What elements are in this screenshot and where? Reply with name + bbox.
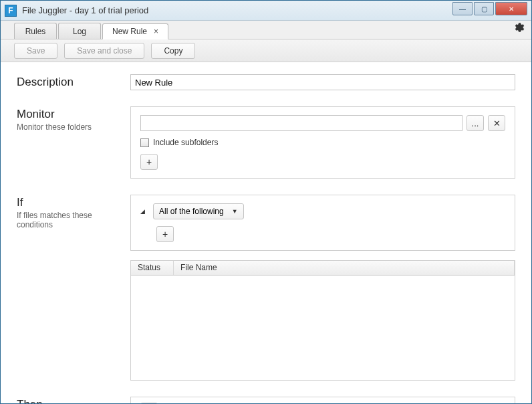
- tab-label: New Rule: [112, 27, 147, 36]
- checkbox-label: Include subfolders: [153, 138, 218, 147]
- window-title: File Juggler - day 1 of trial period: [22, 5, 452, 15]
- monitor-path-input[interactable]: [140, 115, 462, 131]
- tab-close-icon[interactable]: ×: [154, 27, 158, 36]
- if-heading: If: [17, 196, 130, 209]
- add-condition-button[interactable]: +: [156, 226, 174, 242]
- minimize-button[interactable]: —: [452, 2, 473, 15]
- browse-button[interactable]: ...: [467, 115, 484, 131]
- section-monitor: Monitor Monitor these folders ... ✕ Incl…: [17, 106, 515, 179]
- save-and-close-button[interactable]: Save and close: [64, 43, 144, 59]
- if-subheading: If files matches these conditions: [17, 211, 130, 229]
- settings-button[interactable]: [513, 21, 525, 36]
- tab-new-rule[interactable]: New Rule ×: [102, 23, 168, 39]
- column-status[interactable]: Status: [131, 261, 174, 275]
- column-filename[interactable]: File Name: [174, 261, 515, 275]
- section-if: If If files matches these conditions ◢ A…: [17, 195, 515, 381]
- add-action-button[interactable]: +: [140, 403, 158, 403]
- files-table: Status File Name: [130, 260, 515, 381]
- gear-icon: [513, 21, 525, 33]
- save-button[interactable]: Save: [14, 43, 57, 59]
- include-subfolders-checkbox[interactable]: Include subfolders: [140, 138, 505, 147]
- tab-label: Log: [73, 27, 86, 36]
- add-folder-button[interactable]: +: [140, 154, 158, 170]
- app-icon: F: [5, 5, 17, 17]
- description-heading: Description: [17, 76, 130, 89]
- tab-log[interactable]: Log: [58, 23, 101, 39]
- table-header: Status File Name: [131, 261, 515, 276]
- maximize-button[interactable]: ▢: [474, 2, 494, 15]
- monitor-panel: ... ✕ Include subfolders +: [130, 106, 515, 179]
- condition-mode-dropdown[interactable]: All of the following ▼: [153, 203, 244, 219]
- tab-rules[interactable]: Rules: [14, 23, 57, 39]
- description-input[interactable]: [130, 74, 515, 90]
- app-window: F File Juggler - day 1 of trial period —…: [0, 0, 532, 404]
- section-description: Description: [17, 74, 515, 90]
- then-heading: Then: [17, 398, 130, 403]
- collapse-toggle[interactable]: ◢: [140, 208, 145, 215]
- window-controls: — ▢ ✕: [452, 5, 531, 15]
- close-button[interactable]: ✕: [495, 2, 527, 15]
- dropdown-label: All of the following: [159, 207, 224, 216]
- monitor-subheading: Monitor these folders: [17, 122, 130, 132]
- remove-path-button[interactable]: ✕: [488, 115, 505, 131]
- then-panel: +: [130, 397, 515, 403]
- title-bar: F File Juggler - day 1 of trial period —…: [1, 1, 531, 21]
- checkbox-icon: [140, 138, 149, 147]
- toolbar: Save Save and close Copy: [1, 39, 531, 62]
- copy-button[interactable]: Copy: [151, 43, 195, 59]
- chevron-down-icon: ▼: [232, 208, 238, 215]
- content-area: Description Monitor Monitor these folder…: [1, 62, 531, 403]
- if-panel: ◢ All of the following ▼ +: [130, 195, 515, 251]
- section-then: Then Then do these actions +: [17, 397, 515, 403]
- tab-bar: Rules Log New Rule ×: [1, 21, 531, 39]
- monitor-heading: Monitor: [17, 108, 130, 121]
- tab-label: Rules: [25, 27, 46, 36]
